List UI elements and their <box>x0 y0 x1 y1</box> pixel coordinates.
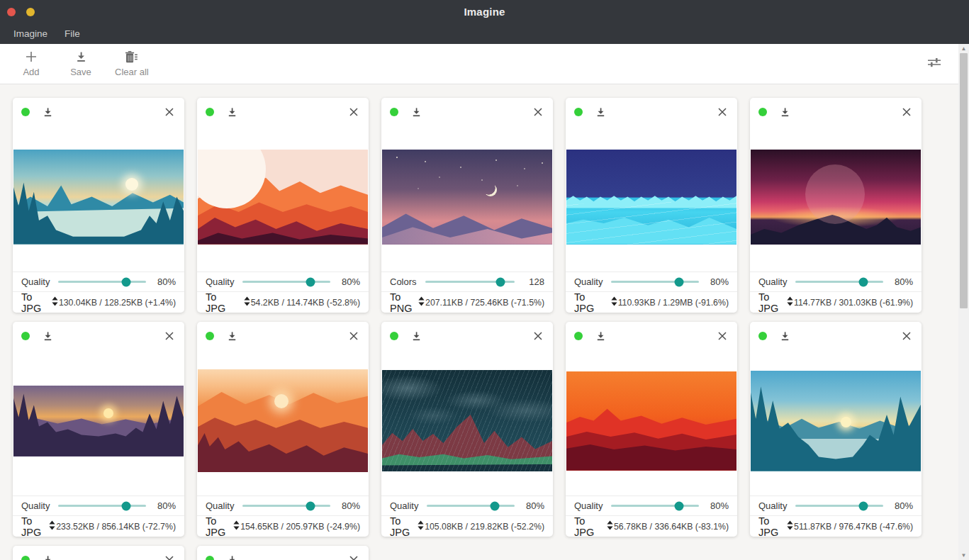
download-icon[interactable] <box>595 331 606 342</box>
slider-knob[interactable] <box>306 277 315 286</box>
menubar: Imagine File <box>0 23 969 44</box>
download-icon[interactable] <box>43 107 53 118</box>
slider-label: Quality <box>574 276 603 287</box>
card-header <box>750 322 922 346</box>
scrollbar-down-arrow-icon[interactable]: ▼ <box>958 551 969 560</box>
download-icon[interactable] <box>227 555 237 560</box>
close-icon[interactable] <box>717 331 727 341</box>
slider-label: Quality <box>206 276 234 287</box>
slider-value: 80% <box>155 276 176 287</box>
format-select[interactable]: To JPG <box>390 515 425 537</box>
sort-arrows-icon <box>606 520 614 532</box>
format-select[interactable]: To JPG <box>21 515 56 537</box>
minimize-window-icon[interactable] <box>26 8 35 16</box>
close-icon[interactable] <box>533 331 543 341</box>
status-dot-icon <box>206 332 214 340</box>
quality-slider[interactable] <box>795 505 883 507</box>
image-card: Quality 80% To JPG 105.08KB / 219.82KB (… <box>381 322 553 537</box>
quality-slider[interactable] <box>58 505 146 507</box>
slider-knob[interactable] <box>121 277 130 286</box>
tune-sliders-icon <box>927 57 941 71</box>
settings-button[interactable] <box>927 57 941 71</box>
scrollbar[interactable]: ▲ ▼ <box>958 44 969 560</box>
format-row: To JPG 130.04KB / 128.25KB (+1.4%) <box>13 291 184 313</box>
moon-icon <box>484 184 497 196</box>
slider-knob[interactable] <box>674 501 683 510</box>
close-icon[interactable] <box>902 331 912 341</box>
titlebar: Imagine <box>0 0 969 23</box>
format-select[interactable]: To JPG <box>206 291 251 313</box>
slider-knob[interactable] <box>495 277 505 286</box>
sun-icon <box>841 417 851 427</box>
slider-label: Quality <box>574 500 603 511</box>
close-icon[interactable] <box>349 555 359 560</box>
format-select[interactable]: To JPG <box>758 291 794 313</box>
download-icon[interactable] <box>411 107 422 118</box>
image-thumbnail-wrap <box>750 346 922 495</box>
menu-imagine[interactable]: Imagine <box>6 26 55 42</box>
quality-row: Quality 80% <box>197 495 369 515</box>
image-thumbnail-teal-lake-deer-sunrise-illustration <box>751 371 921 471</box>
format-select[interactable]: To JPG <box>574 291 618 313</box>
close-icon[interactable] <box>533 107 543 117</box>
slider-knob[interactable] <box>858 501 868 510</box>
image-thumbnail-purple-sunset-lake-deer-illustration <box>13 386 184 457</box>
download-icon[interactable] <box>411 331 422 342</box>
format-select[interactable]: To JPG <box>758 515 794 537</box>
download-icon[interactable] <box>43 555 53 560</box>
status-dot-icon <box>390 108 398 116</box>
quality-slider[interactable] <box>611 281 699 283</box>
download-icon[interactable] <box>780 107 790 118</box>
format-select[interactable]: To JPG <box>206 515 240 537</box>
quality-slider[interactable] <box>611 505 699 507</box>
close-icon[interactable] <box>717 107 727 117</box>
close-icon[interactable] <box>349 331 359 341</box>
slider-knob[interactable] <box>674 277 683 286</box>
size-info: 110.93KB / 1.29MB (-91.6%) <box>618 298 729 308</box>
quality-slider[interactable] <box>58 281 146 283</box>
download-icon[interactable] <box>780 331 790 342</box>
size-info: 105.08KB / 219.82KB (-52.2%) <box>425 522 544 532</box>
sort-arrows-icon <box>51 296 59 308</box>
close-icon[interactable] <box>902 107 912 117</box>
close-icon[interactable] <box>164 331 174 341</box>
image-thumbnail-wrap <box>750 122 922 271</box>
quality-row: Quality 80% <box>197 271 369 291</box>
format-row: To JPG 511.87KB / 976.47KB (-47.6%) <box>750 515 922 537</box>
add-button[interactable]: Add <box>16 50 47 77</box>
quality-slider[interactable] <box>425 281 515 283</box>
format-select[interactable]: To JPG <box>21 291 59 313</box>
slider-label: Colors <box>390 276 417 287</box>
slider-knob[interactable] <box>858 277 868 286</box>
download-icon[interactable] <box>595 107 606 118</box>
image-card: Quality 80% To JPG 233.52KB / 856.14KB (… <box>13 322 184 537</box>
scrollbar-up-arrow-icon[interactable]: ▲ <box>958 44 969 53</box>
download-icon[interactable] <box>227 331 237 342</box>
format-row: To JPG 233.52KB / 856.14KB (-72.7%) <box>13 515 184 537</box>
size-info: 511.87KB / 976.47KB (-47.6%) <box>794 522 913 532</box>
status-dot-icon <box>21 332 30 340</box>
quality-slider[interactable] <box>795 281 883 283</box>
format-row: To JPG 110.93KB / 1.29MB (-91.6%) <box>566 291 737 313</box>
quality-slider[interactable] <box>427 505 515 507</box>
image-thumbnail-orange-mountains-moon-illustration <box>198 150 368 245</box>
save-button[interactable]: Save <box>65 51 96 77</box>
format-select[interactable]: To PNG <box>390 291 425 313</box>
clear-all-button[interactable]: Clear all <box>115 51 149 77</box>
quality-slider[interactable] <box>242 281 330 283</box>
close-icon[interactable] <box>164 555 174 560</box>
menu-file[interactable]: File <box>57 26 87 42</box>
close-icon[interactable] <box>164 107 174 117</box>
slider-knob[interactable] <box>490 501 499 510</box>
slider-knob[interactable] <box>306 501 315 510</box>
toolbar: Add Save Clear all <box>0 44 958 84</box>
download-icon[interactable] <box>43 331 53 342</box>
quality-slider[interactable] <box>242 505 330 507</box>
slider-knob[interactable] <box>121 501 130 510</box>
close-icon[interactable] <box>349 107 359 117</box>
scrollbar-thumb[interactable] <box>960 53 968 308</box>
format-select[interactable]: To JPG <box>574 515 614 537</box>
sort-arrows-icon <box>786 520 794 532</box>
download-icon[interactable] <box>227 107 237 118</box>
close-window-icon[interactable] <box>7 8 16 16</box>
